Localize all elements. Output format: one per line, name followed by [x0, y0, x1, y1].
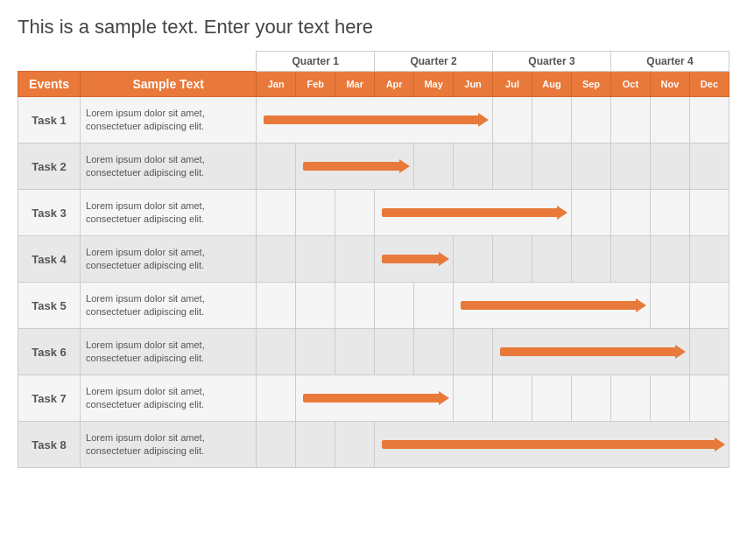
task-description: Lorem ipsum dolor sit amet,consectetuer …	[81, 144, 257, 190]
task-description: Lorem ipsum dolor sit amet,consectetuer …	[81, 97, 257, 144]
table-row: Task 3Lorem ipsum dolor sit amet,consect…	[18, 190, 729, 236]
gantt-cell-empty	[650, 283, 689, 329]
month-jan: Jan	[257, 72, 296, 97]
task-label: Task 6	[18, 329, 81, 375]
gantt-cell-empty	[296, 422, 335, 468]
gantt-cell-empty	[571, 236, 610, 283]
gantt-cell-empty	[375, 329, 414, 375]
gantt-cell-empty	[335, 190, 375, 236]
gantt-cell-empty	[532, 144, 572, 190]
gantt-cell-empty	[610, 190, 650, 236]
gantt-cell-empty	[689, 236, 729, 283]
month-nov: Nov	[650, 72, 689, 97]
gantt-cell-arrow	[375, 236, 454, 283]
gantt-cell-empty	[610, 375, 650, 422]
gantt-cell-empty	[454, 236, 493, 283]
month-jul: Jul	[493, 72, 532, 97]
gantt-cell-empty	[493, 236, 532, 283]
gantt-cell-empty	[689, 144, 729, 190]
gantt-cell-empty	[493, 97, 532, 144]
gantt-cell-empty	[296, 283, 335, 329]
task-description: Lorem ipsum dolor sit amet,consectetuer …	[81, 375, 257, 422]
gantt-cell-empty	[257, 236, 296, 283]
quarter-header-row: Quarter 1 Quarter 2 Quarter 3 Quarter 4	[18, 52, 729, 72]
gantt-cell-empty	[571, 144, 610, 190]
quarter-3-header: Quarter 3	[493, 52, 611, 72]
gantt-cell-empty	[689, 329, 729, 375]
task-label: Task 5	[18, 283, 81, 329]
gantt-cell-empty	[650, 375, 689, 422]
task-description: Lorem ipsum dolor sit amet,consectetuer …	[81, 329, 257, 375]
gantt-cell-empty	[650, 236, 689, 283]
task-label: Task 7	[18, 375, 81, 422]
gantt-cell-empty	[650, 144, 689, 190]
gantt-cell-empty	[610, 236, 650, 283]
gantt-cell-arrow	[296, 375, 454, 422]
gantt-cell-empty	[375, 283, 414, 329]
gantt-cell-empty	[414, 144, 454, 190]
table-row: Task 2Lorem ipsum dolor sit amet,consect…	[18, 144, 729, 190]
month-mar: Mar	[335, 72, 375, 97]
gantt-cell-empty	[257, 283, 296, 329]
gantt-cell-empty	[296, 190, 335, 236]
task-description: Lorem ipsum dolor sit amet,consectetuer …	[81, 283, 257, 329]
table-row: Task 6Lorem ipsum dolor sit amet,consect…	[18, 329, 729, 375]
task-label: Task 4	[18, 236, 81, 283]
gantt-cell-empty	[610, 144, 650, 190]
quarter-1-header: Quarter 1	[257, 52, 375, 72]
page: This is a sample text. Enter your text h…	[0, 0, 747, 560]
quarter-2-header: Quarter 2	[375, 52, 493, 72]
gantt-cell-empty	[689, 375, 729, 422]
month-feb: Feb	[296, 72, 335, 97]
task-label: Task 2	[18, 144, 81, 190]
gantt-cell-empty	[257, 422, 296, 468]
task-label: Task 8	[18, 422, 81, 468]
gantt-cell-empty	[257, 329, 296, 375]
gantt-cell-empty	[257, 144, 296, 190]
gantt-cell-empty	[571, 375, 610, 422]
month-may: May	[414, 72, 454, 97]
table-row: Task 5Lorem ipsum dolor sit amet,consect…	[18, 283, 729, 329]
table-row: Task 1Lorem ipsum dolor sit amet,consect…	[18, 97, 729, 144]
gantt-cell-arrow	[454, 283, 651, 329]
gantt-cell-arrow	[493, 329, 690, 375]
month-header-row: Events Sample Text Jan Feb Mar Apr May J…	[18, 72, 729, 97]
task-label: Task 1	[18, 97, 81, 144]
month-oct: Oct	[610, 72, 650, 97]
month-aug: Aug	[532, 72, 572, 97]
month-sep: Sep	[571, 72, 610, 97]
table-row: Task 4Lorem ipsum dolor sit amet,consect…	[18, 236, 729, 283]
gantt-cell-empty	[414, 283, 454, 329]
gantt-cell-empty	[335, 283, 375, 329]
task-description: Lorem ipsum dolor sit amet,consectetuer …	[81, 422, 257, 468]
gantt-cell-empty	[532, 236, 572, 283]
sample-text-col-header: Sample Text	[81, 72, 257, 97]
gantt-cell-empty	[689, 190, 729, 236]
month-jun: Jun	[454, 72, 493, 97]
gantt-cell-empty	[335, 236, 375, 283]
gantt-cell-empty	[454, 329, 493, 375]
table-row: Task 8Lorem ipsum dolor sit amet,consect…	[18, 422, 729, 468]
gantt-cell-arrow	[375, 190, 572, 236]
gantt-cell-arrow	[375, 422, 729, 468]
table-row: Task 7Lorem ipsum dolor sit amet,consect…	[18, 375, 729, 422]
gantt-cell-empty	[532, 97, 572, 144]
events-col-header: Events	[18, 72, 81, 97]
task-label: Task 3	[18, 190, 81, 236]
gantt-cell-empty	[296, 236, 335, 283]
empty-header	[18, 52, 257, 72]
task-description: Lorem ipsum dolor sit amet,consectetuer …	[81, 236, 257, 283]
gantt-cell-empty	[571, 97, 610, 144]
month-dec: Dec	[689, 72, 729, 97]
gantt-cell-empty	[689, 97, 729, 144]
gantt-cell-empty	[335, 422, 375, 468]
task-description: Lorem ipsum dolor sit amet,consectetuer …	[81, 190, 257, 236]
gantt-cell-empty	[454, 144, 493, 190]
gantt-cell-arrow	[257, 97, 493, 144]
gantt-cell-empty	[493, 144, 532, 190]
gantt-cell-empty	[571, 190, 610, 236]
gantt-cell-empty	[335, 329, 375, 375]
month-apr: Apr	[375, 72, 414, 97]
gantt-cell-arrow	[296, 144, 414, 190]
quarter-4-header: Quarter 4	[610, 52, 729, 72]
